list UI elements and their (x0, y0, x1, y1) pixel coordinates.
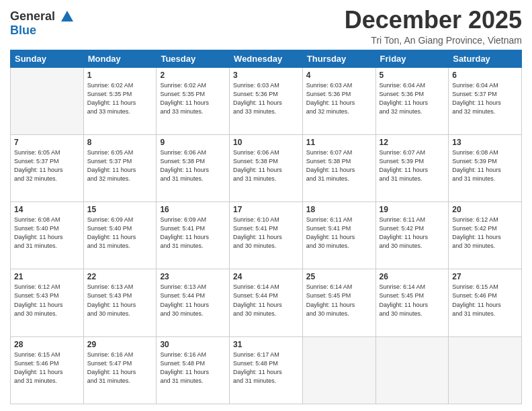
calendar-cell: 24Sunrise: 6:14 AM Sunset: 5:44 PM Dayli… (230, 269, 303, 336)
calendar-cell: 31Sunrise: 6:17 AM Sunset: 5:48 PM Dayli… (230, 336, 303, 404)
day-info: Sunrise: 6:04 AM Sunset: 5:37 PM Dayligh… (452, 81, 518, 116)
calendar-cell (11, 67, 84, 134)
day-number: 29 (87, 340, 153, 349)
calendar-table: SundayMondayTuesdayWednesdayThursdayFrid… (10, 50, 522, 404)
day-info: Sunrise: 6:11 AM Sunset: 5:42 PM Dayligh… (380, 216, 445, 250)
day-number: 27 (452, 272, 518, 281)
day-number: 28 (14, 340, 80, 349)
day-info: Sunrise: 6:15 AM Sunset: 5:46 PM Dayligh… (14, 351, 80, 385)
calendar-cell: 8Sunrise: 6:05 AM Sunset: 5:37 PM Daylig… (83, 134, 157, 201)
day-number: 2 (160, 71, 226, 80)
calendar-week-row: 7Sunrise: 6:05 AM Sunset: 5:37 PM Daylig… (11, 134, 522, 201)
day-info: Sunrise: 6:16 AM Sunset: 5:48 PM Dayligh… (160, 351, 226, 385)
day-number: 19 (380, 205, 445, 214)
calendar-cell: 16Sunrise: 6:09 AM Sunset: 5:41 PM Dayli… (157, 202, 230, 269)
calendar-cell: 28Sunrise: 6:15 AM Sunset: 5:46 PM Dayli… (11, 336, 84, 404)
weekday-header: Monday (83, 50, 157, 67)
day-number: 10 (233, 138, 299, 147)
calendar-cell: 26Sunrise: 6:14 AM Sunset: 5:45 PM Dayli… (375, 269, 449, 336)
day-number: 21 (14, 272, 80, 281)
day-info: Sunrise: 6:14 AM Sunset: 5:44 PM Dayligh… (233, 283, 299, 318)
day-info: Sunrise: 6:03 AM Sunset: 5:36 PM Dayligh… (306, 81, 372, 116)
calendar-cell: 22Sunrise: 6:13 AM Sunset: 5:43 PM Dayli… (83, 269, 157, 336)
calendar-cell: 7Sunrise: 6:05 AM Sunset: 5:37 PM Daylig… (11, 134, 84, 201)
day-info: Sunrise: 6:08 AM Sunset: 5:39 PM Dayligh… (452, 148, 518, 183)
day-info: Sunrise: 6:13 AM Sunset: 5:44 PM Dayligh… (160, 283, 226, 318)
day-number: 14 (14, 205, 80, 214)
weekday-header: Saturday (449, 50, 522, 67)
day-number: 8 (87, 138, 153, 147)
calendar-cell: 27Sunrise: 6:15 AM Sunset: 5:46 PM Dayli… (449, 269, 522, 336)
calendar-cell: 29Sunrise: 6:16 AM Sunset: 5:47 PM Dayli… (83, 336, 157, 404)
day-info: Sunrise: 6:09 AM Sunset: 5:41 PM Dayligh… (160, 216, 226, 250)
calendar-cell: 13Sunrise: 6:08 AM Sunset: 5:39 PM Dayli… (449, 134, 522, 201)
calendar-cell: 20Sunrise: 6:12 AM Sunset: 5:42 PM Dayli… (449, 202, 522, 269)
day-info: Sunrise: 6:05 AM Sunset: 5:37 PM Dayligh… (14, 148, 80, 183)
day-number: 31 (233, 340, 299, 349)
day-info: Sunrise: 6:13 AM Sunset: 5:43 PM Dayligh… (87, 283, 153, 318)
day-number: 26 (380, 272, 445, 281)
day-info: Sunrise: 6:15 AM Sunset: 5:46 PM Dayligh… (452, 283, 518, 318)
header: General Blue December 2025 Tri Ton, An G… (10, 7, 522, 46)
calendar-cell: 12Sunrise: 6:07 AM Sunset: 5:39 PM Dayli… (375, 134, 449, 201)
day-info: Sunrise: 6:12 AM Sunset: 5:42 PM Dayligh… (452, 216, 518, 250)
weekday-header: Tuesday (157, 50, 230, 67)
calendar-cell: 3Sunrise: 6:03 AM Sunset: 5:36 PM Daylig… (230, 67, 303, 134)
calendar-cell: 14Sunrise: 6:08 AM Sunset: 5:40 PM Dayli… (11, 202, 84, 269)
calendar-week-row: 1Sunrise: 6:02 AM Sunset: 5:35 PM Daylig… (11, 67, 522, 134)
calendar-week-row: 21Sunrise: 6:12 AM Sunset: 5:43 PM Dayli… (11, 269, 522, 336)
calendar-cell: 2Sunrise: 6:02 AM Sunset: 5:35 PM Daylig… (157, 67, 230, 134)
day-number: 12 (380, 138, 445, 147)
calendar-cell: 15Sunrise: 6:09 AM Sunset: 5:40 PM Dayli… (83, 202, 157, 269)
day-info: Sunrise: 6:11 AM Sunset: 5:41 PM Dayligh… (306, 216, 372, 250)
day-info: Sunrise: 6:07 AM Sunset: 5:39 PM Dayligh… (380, 148, 445, 183)
logo-blue: Blue (10, 24, 75, 38)
day-number: 25 (306, 272, 372, 281)
weekday-header: Friday (375, 50, 449, 67)
logo-text: General Blue (10, 9, 75, 38)
calendar-cell: 25Sunrise: 6:14 AM Sunset: 5:45 PM Dayli… (302, 269, 375, 336)
day-number: 15 (87, 205, 153, 214)
calendar-cell: 19Sunrise: 6:11 AM Sunset: 5:42 PM Dayli… (375, 202, 449, 269)
logo-icon (60, 9, 75, 24)
calendar-cell: 6Sunrise: 6:04 AM Sunset: 5:37 PM Daylig… (449, 67, 522, 134)
calendar-week-row: 14Sunrise: 6:08 AM Sunset: 5:40 PM Dayli… (11, 202, 522, 269)
day-number: 22 (87, 272, 153, 281)
day-number: 9 (160, 138, 226, 147)
title-block: December 2025 Tri Ton, An Giang Province… (345, 7, 522, 46)
day-number: 13 (452, 138, 518, 147)
day-info: Sunrise: 6:07 AM Sunset: 5:38 PM Dayligh… (306, 148, 372, 183)
calendar-cell: 17Sunrise: 6:10 AM Sunset: 5:41 PM Dayli… (230, 202, 303, 269)
day-info: Sunrise: 6:02 AM Sunset: 5:35 PM Dayligh… (160, 81, 226, 116)
day-number: 17 (233, 205, 299, 214)
day-info: Sunrise: 6:12 AM Sunset: 5:43 PM Dayligh… (14, 283, 80, 318)
calendar-cell: 4Sunrise: 6:03 AM Sunset: 5:36 PM Daylig… (302, 67, 375, 134)
calendar-cell (375, 336, 449, 404)
day-info: Sunrise: 6:08 AM Sunset: 5:40 PM Dayligh… (14, 216, 80, 250)
day-number: 20 (452, 205, 518, 214)
location-subtitle: Tri Ton, An Giang Province, Vietnam (345, 35, 522, 46)
weekday-header: Wednesday (230, 50, 303, 67)
logo: General Blue (10, 9, 75, 38)
calendar-cell: 23Sunrise: 6:13 AM Sunset: 5:44 PM Dayli… (157, 269, 230, 336)
calendar-cell: 1Sunrise: 6:02 AM Sunset: 5:35 PM Daylig… (83, 67, 157, 134)
calendar-cell: 11Sunrise: 6:07 AM Sunset: 5:38 PM Dayli… (302, 134, 375, 201)
day-number: 4 (306, 71, 372, 80)
day-number: 5 (380, 71, 445, 80)
day-info: Sunrise: 6:04 AM Sunset: 5:36 PM Dayligh… (380, 81, 445, 116)
day-info: Sunrise: 6:03 AM Sunset: 5:36 PM Dayligh… (233, 81, 299, 116)
day-number: 11 (306, 138, 372, 147)
day-info: Sunrise: 6:14 AM Sunset: 5:45 PM Dayligh… (380, 283, 445, 318)
day-number: 24 (233, 272, 299, 281)
day-info: Sunrise: 6:17 AM Sunset: 5:48 PM Dayligh… (233, 351, 299, 385)
day-number: 23 (160, 272, 226, 281)
weekday-header: Thursday (302, 50, 375, 67)
calendar-cell: 18Sunrise: 6:11 AM Sunset: 5:41 PM Dayli… (302, 202, 375, 269)
day-number: 3 (233, 71, 299, 80)
svg-marker-0 (61, 11, 73, 21)
calendar-cell (449, 336, 522, 404)
month-title: December 2025 (345, 7, 522, 34)
calendar-cell: 5Sunrise: 6:04 AM Sunset: 5:36 PM Daylig… (375, 67, 449, 134)
calendar-cell: 9Sunrise: 6:06 AM Sunset: 5:38 PM Daylig… (157, 134, 230, 201)
page: General Blue December 2025 Tri Ton, An G… (0, 0, 532, 411)
